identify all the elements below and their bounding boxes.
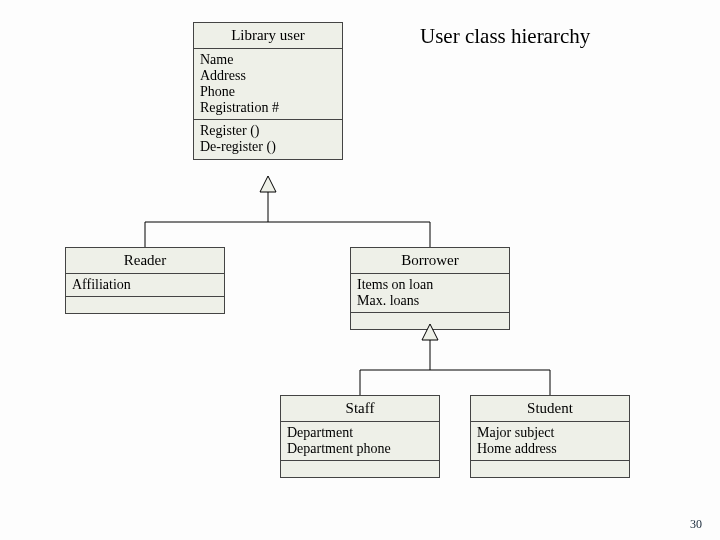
class-borrower: Borrower Items on loan Max. loans [350,247,510,330]
attr: Department [287,425,433,441]
class-name: Borrower [351,248,509,274]
svg-marker-0 [260,176,276,192]
class-library-user: Library user Name Address Phone Registra… [193,22,343,160]
page-number: 30 [690,517,702,532]
diagram-title: User class hierarchy [420,24,590,49]
class-operations [281,461,439,477]
class-attributes: Department Department phone [281,422,439,461]
class-attributes: Name Address Phone Registration # [194,49,342,120]
class-name: Student [471,396,629,422]
class-attributes: Affiliation [66,274,224,297]
class-name: Reader [66,248,224,274]
class-operations: Register () De-register () [194,120,342,158]
class-operations [351,313,509,329]
class-operations [471,461,629,477]
class-attributes: Items on loan Max. loans [351,274,509,313]
attr: Home address [477,441,623,457]
op: De-register () [200,139,336,155]
class-attributes: Major subject Home address [471,422,629,461]
class-name: Library user [194,23,342,49]
class-reader: Reader Affiliation [65,247,225,314]
class-operations [66,297,224,313]
attr: Address [200,68,336,84]
attr: Phone [200,84,336,100]
class-student: Student Major subject Home address [470,395,630,478]
attr: Items on loan [357,277,503,293]
attr: Affiliation [72,277,218,293]
attr: Name [200,52,336,68]
diagram-canvas: User class hierarchy Library user Name A… [0,0,720,540]
attr: Max. loans [357,293,503,309]
attr: Department phone [287,441,433,457]
op: Register () [200,123,336,139]
attr: Registration # [200,100,336,116]
attr: Major subject [477,425,623,441]
class-staff: Staff Department Department phone [280,395,440,478]
class-name: Staff [281,396,439,422]
